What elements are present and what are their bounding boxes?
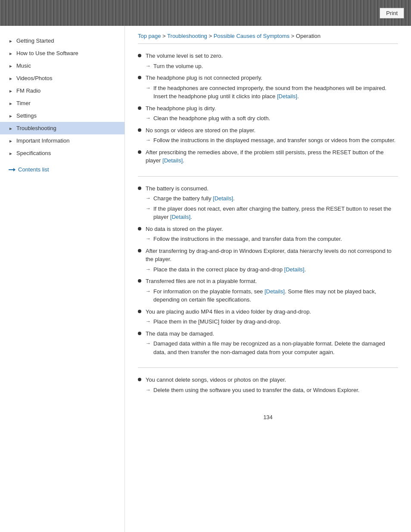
bullet-icon — [138, 128, 141, 132]
arrow-right-icon: → — [146, 62, 151, 70]
sidebar-item-label: Specifications — [16, 150, 51, 156]
list-item: No data is stored on the player. → Follo… — [138, 225, 398, 243]
arrow-right-icon: → — [146, 317, 151, 325]
sidebar-item-how-to-use[interactable]: ► How to Use the Software — [0, 47, 125, 59]
sub-text: Charge the battery fully [Details]. — [153, 194, 235, 203]
sub-item: → Delete them using the software you use… — [146, 386, 398, 395]
sidebar-item-label: FM Radio — [16, 87, 40, 94]
breadcrumb-sep2: > — [207, 33, 214, 39]
sidebar-item-settings[interactable]: ► Settings — [0, 109, 125, 122]
sub-text: Place them in the [MUSIC] folder by drag… — [153, 317, 281, 326]
bullet-list-2: The battery is consumed. → Charge the ba… — [138, 184, 398, 357]
breadcrumb-sep3: > — [290, 33, 296, 39]
breadcrumb-top-page[interactable]: Top page — [138, 33, 161, 39]
sub-item: → If the player does not react, even aft… — [146, 205, 398, 221]
bullet-content: The data may be damaged. → Damaged data … — [146, 330, 398, 357]
chevron-right-icon: ► — [9, 139, 13, 143]
breadcrumb-possible-causes[interactable]: Possible Causes of Symptoms — [214, 33, 290, 39]
bullet-icon — [138, 106, 141, 110]
bullet-content: After prescribing the remedies above, if… — [146, 148, 398, 165]
sidebar-item-fm-radio[interactable]: ► FM Radio — [0, 84, 125, 97]
print-button[interactable]: Print — [380, 8, 404, 19]
sub-item: → Place the data in the correct place by… — [146, 265, 398, 274]
arrow-right-icon: → — [146, 205, 151, 212]
bullet-icon — [138, 227, 141, 230]
sub-text: Follow the instructions in the displayed… — [153, 136, 395, 145]
sidebar-item-music[interactable]: ► Music — [0, 59, 125, 72]
sidebar-item-getting-started[interactable]: ► Getting Started — [0, 34, 125, 47]
arrow-right-icon: → — [146, 386, 151, 394]
bullet-content: After transferring by drag-and-drop in W… — [146, 247, 398, 274]
sub-item: → Place them in the [MUSIC] folder by dr… — [146, 317, 398, 326]
bullet-icon — [138, 76, 141, 79]
sidebar-item-label: Important Information — [16, 137, 70, 144]
details-link[interactable]: [Details] — [170, 214, 190, 220]
sub-item: → Charge the battery fully [Details]. — [146, 194, 398, 203]
item-text: After transferring by drag-and-drop in W… — [146, 248, 392, 263]
sub-item: → For information on the playable format… — [146, 287, 398, 304]
sidebar-item-specifications[interactable]: ► Specifications — [0, 147, 125, 159]
sub-item: → Clean the headphone plug with a soft d… — [146, 114, 398, 123]
sidebar: ► Getting Started ► How to Use the Softw… — [0, 26, 125, 532]
sidebar-item-timer[interactable]: ► Timer — [0, 97, 125, 109]
item-text: The volume level is set to zero. — [146, 53, 223, 59]
arrow-right-icon: → — [146, 114, 151, 122]
details-link[interactable]: [Details] — [265, 288, 285, 295]
bullet-icon — [138, 249, 141, 252]
bullet-content: The headphone plug is not connected prop… — [146, 74, 398, 101]
arrow-right-icon — [9, 168, 16, 172]
chevron-right-icon: ► — [9, 64, 13, 68]
sidebar-item-label: Timer — [16, 100, 31, 106]
item-text: The headphone plug is not connected prop… — [146, 75, 262, 81]
list-item: No songs or videos are stored on the pla… — [138, 126, 398, 145]
item-text: The battery is consumed. — [146, 185, 209, 192]
details-link[interactable]: [Details] — [162, 157, 183, 164]
item-text: You cannot delete songs, videos or photo… — [146, 376, 286, 383]
chevron-right-icon: ► — [9, 51, 13, 56]
page-number: 134 — [138, 405, 398, 425]
bullet-icon — [138, 279, 141, 283]
breadcrumb: Top page > Troubleshooting > Possible Ca… — [138, 26, 398, 44]
sub-item: → Damaged data within a file may be reco… — [146, 339, 398, 356]
sidebar-item-label: Videos/Photos — [16, 75, 53, 81]
breadcrumb-troubleshooting[interactable]: Troubleshooting — [167, 33, 207, 39]
sidebar-item-important-info[interactable]: ► Important Information — [0, 134, 125, 147]
bullet-icon — [138, 150, 141, 154]
arrow-right-icon: → — [146, 235, 151, 243]
list-item: After prescribing the remedies above, if… — [138, 148, 398, 165]
chevron-right-icon: ► — [9, 39, 13, 43]
sidebar-item-videos-photos[interactable]: ► Videos/Photos — [0, 72, 125, 84]
bullet-icon — [138, 332, 141, 335]
details-link[interactable]: [Details] — [213, 195, 233, 202]
details-link[interactable]: [Details] — [277, 93, 297, 100]
breadcrumb-operation: Operation — [296, 33, 321, 39]
sub-text: If the headphones are connected improper… — [153, 84, 398, 101]
bullet-content: No data is stored on the player. → Follo… — [146, 225, 398, 243]
layout: ► Getting Started ► How to Use the Softw… — [0, 26, 411, 532]
section-2: The battery is consumed. → Charge the ba… — [138, 176, 398, 368]
list-item: The data may be damaged. → Damaged data … — [138, 330, 398, 357]
contents-list-link[interactable]: Contents list — [0, 162, 125, 177]
bullet-icon — [138, 54, 141, 57]
chevron-right-icon: ► — [9, 101, 13, 106]
bullet-icon — [138, 187, 141, 190]
bullet-list-1: The volume level is set to zero. → Turn … — [138, 52, 398, 165]
list-item: You cannot delete songs, videos or photo… — [138, 376, 398, 394]
sidebar-item-troubleshooting[interactable]: ► Troubleshooting — [0, 122, 125, 134]
list-item: Transferred files are not in a playable … — [138, 277, 398, 304]
contents-list-label: Contents list — [18, 166, 49, 173]
header-bar: Print — [0, 0, 411, 26]
chevron-right-icon: ► — [9, 126, 13, 131]
sidebar-item-label: Getting Started — [16, 37, 54, 44]
arrow-right-icon: → — [146, 339, 151, 347]
bullet-list-3: You cannot delete songs, videos or photo… — [138, 376, 398, 394]
details-link[interactable]: [Details] — [284, 266, 305, 273]
sub-text: Follow the instructions in the message, … — [153, 235, 342, 243]
sub-text: If the player does not react, even after… — [153, 205, 398, 221]
list-item: The battery is consumed. → Charge the ba… — [138, 184, 398, 221]
sub-item: → If the headphones are connected improp… — [146, 84, 398, 101]
arrow-right-icon: → — [146, 287, 151, 295]
sub-text: Delete them using the software you used … — [153, 386, 359, 395]
sub-text: Place the data in the correct place by d… — [153, 265, 306, 274]
bullet-icon — [138, 310, 141, 313]
